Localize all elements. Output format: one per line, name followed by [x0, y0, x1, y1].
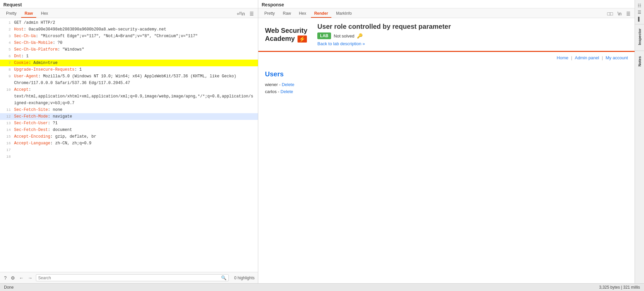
request-tab-actions: ⏎\n ☰	[235, 10, 255, 17]
sidebar-notes-label[interactable]: Notes	[637, 54, 642, 69]
code-line-1: 1 GET /admin HTTP/2	[0, 19, 258, 26]
code-line-13: 13 Sec-Fetch-User: ?1	[0, 120, 258, 127]
response-tab-render[interactable]: Render	[311, 10, 331, 18]
code-line-3: 3 Sec-Ch-Ua: "Microsoft Edge";v="117", "…	[0, 33, 258, 40]
request-tab-hex[interactable]: Hex	[38, 10, 51, 18]
help-btn[interactable]: ?	[3, 275, 7, 281]
right-sidebar: ☷ ☰ ▌ Inspector Notes	[635, 0, 644, 283]
lab-badge: LAB	[317, 32, 331, 39]
highlights-count: 0 highlights	[234, 276, 255, 280]
back-to-lab: Back to lab description »	[317, 41, 628, 46]
code-line-14: 14 Sec-Fetch-Dest: document	[0, 127, 258, 133]
nav-admin-panel-link[interactable]: Admin panel	[575, 55, 599, 60]
lab-status-label: Not solved	[334, 33, 354, 39]
code-line-10b: text/html,application/xhtml+xml,applicat…	[0, 93, 258, 100]
forward-btn[interactable]: →	[27, 275, 33, 281]
wsa-nav: Home | Admin panel | My account	[258, 52, 635, 64]
users-title: Users	[265, 70, 628, 78]
code-line-9: 9 User-Agent: Mozilla/5.0 (Windows NT 10…	[0, 73, 258, 80]
search-icon: 🔍	[221, 275, 226, 280]
request-wrap-btn[interactable]: ⏎\n	[235, 10, 246, 17]
response-tab-markinfo[interactable]: MarkInfo	[333, 10, 355, 18]
request-code-area[interactable]: 1 GET /admin HTTP/2 2 Host: 0aca00e30498…	[0, 18, 258, 272]
response-tab-hex[interactable]: Hex	[296, 10, 309, 18]
response-menu-btn[interactable]: ☰	[625, 10, 632, 17]
back-btn[interactable]: ←	[18, 275, 24, 281]
response-title: Response	[258, 0, 635, 8]
back-to-lab-link[interactable]: Back to lab description »	[317, 41, 365, 46]
response-panel: Response Pretty Raw Hex Render MarkInfo …	[258, 0, 635, 283]
wsa-logo-line1: Web Security	[265, 26, 307, 34]
code-line-11: 11 Sec-Fetch-Site: none	[0, 106, 258, 113]
code-line-7: 7 Cookie: Admin=true	[0, 60, 258, 66]
wsa-logo-line2: Academy ⚡	[265, 34, 307, 43]
request-menu-btn[interactable]: ☰	[248, 10, 255, 17]
wsa-page: Web Security Academy ⚡ User role control…	[258, 18, 635, 283]
request-tab-pretty[interactable]: Pretty	[3, 10, 20, 18]
code-line-18: 18	[0, 153, 258, 160]
wsa-logo: Web Security Academy ⚡	[265, 26, 307, 43]
sidebar-grid-btn[interactable]: ☷	[636, 3, 643, 9]
sidebar-cols-btn[interactable]: ▌	[637, 16, 642, 22]
code-line-10c: igned-exchange;v=b3;q=0.7	[0, 100, 258, 106]
code-line-5: 5 Sec-Ch-Ua-Platform: "Windows"	[0, 46, 258, 53]
user-sep-wiener: -	[279, 82, 282, 87]
user-name-wiener: wiener	[265, 82, 278, 87]
code-line-9b: Chrome/117.0.0.0 Safari/537.36 Edg/117.0…	[0, 80, 258, 86]
status-left: Done	[4, 285, 14, 290]
response-tab-raw[interactable]: Raw	[279, 10, 294, 18]
search-box: 🔍	[36, 274, 229, 281]
nav-sep1: |	[571, 55, 572, 60]
response-tab-bar: Pretty Raw Hex Render MarkInfo □□ \n ☰	[258, 8, 635, 18]
response-tab-pretty[interactable]: Pretty	[261, 10, 278, 18]
wsa-header: Web Security Academy ⚡ User role control…	[258, 18, 635, 52]
code-line-10: 10 Accept:	[0, 86, 258, 93]
user-row-carlos: carlos - Delete	[265, 89, 628, 94]
code-line-17: 17	[0, 147, 258, 153]
wsa-lab-info: User role controlled by request paramete…	[317, 23, 628, 46]
nav-my-account-link[interactable]: My account	[606, 55, 628, 60]
user-row-wiener: wiener - Delete	[265, 82, 628, 87]
response-wrap-btn[interactable]: \n	[616, 10, 623, 17]
user-delete-carlos[interactable]: Delete	[280, 89, 293, 94]
code-line-4: 4 Sec-Ch-Ua-Mobile: ?0	[0, 40, 258, 46]
search-input[interactable]	[38, 276, 221, 280]
user-delete-wiener[interactable]: Delete	[282, 82, 294, 87]
wsa-logo-icon: ⚡	[298, 35, 307, 43]
request-title: Request	[0, 0, 258, 8]
code-line-16: 16 Accept-Language: zh-CN, zh;q=0.9	[0, 140, 258, 147]
wsa-lab-title: User role controlled by request paramete…	[317, 23, 628, 30]
code-line-8: 8 Upgrade-Insecure-Requests: 1	[0, 66, 258, 73]
request-tab-bar: Pretty Raw Hex ⏎\n ☰	[0, 8, 258, 18]
response-content[interactable]: Web Security Academy ⚡ User role control…	[258, 18, 635, 283]
response-copy-btn[interactable]: □□	[606, 10, 614, 17]
sidebar-list-btn[interactable]: ☰	[636, 9, 643, 15]
key-icon: 🔑	[357, 33, 363, 39]
request-panel: Request Pretty Raw Hex ⏎\n ☰ 1 GET /admi…	[0, 0, 258, 283]
nav-home-link[interactable]: Home	[557, 55, 569, 60]
sidebar-inspector-label[interactable]: Inspector	[637, 26, 642, 48]
settings-btn[interactable]: ⚙	[10, 275, 16, 281]
code-line-12: 12 Sec-Fetch-Mode: navigate	[0, 113, 258, 120]
request-tab-raw[interactable]: Raw	[21, 10, 36, 18]
status-bar: Done 3,325 bytes | 321 millis	[0, 283, 644, 291]
response-tab-actions: □□ \n ☰	[606, 10, 632, 17]
code-line-6: 6 Dnt: 1	[0, 53, 258, 60]
wsa-body: Users wiener - Delete carlos - Delete	[258, 64, 635, 103]
user-name-carlos: carlos	[265, 89, 277, 94]
nav-sep2: |	[602, 55, 603, 60]
code-line-2: 2 Host: 0aca00e30498eb2083890a9600b200a8…	[0, 26, 258, 33]
wsa-lab-status: LAB Not solved 🔑	[317, 32, 628, 39]
request-bottom-bar: ? ⚙ ← → 🔍 0 highlights	[0, 272, 258, 283]
code-line-15: 15 Accept-Encoding: gzip, deflate, br	[0, 133, 258, 140]
status-right: 3,325 bytes | 321 millis	[599, 285, 640, 290]
